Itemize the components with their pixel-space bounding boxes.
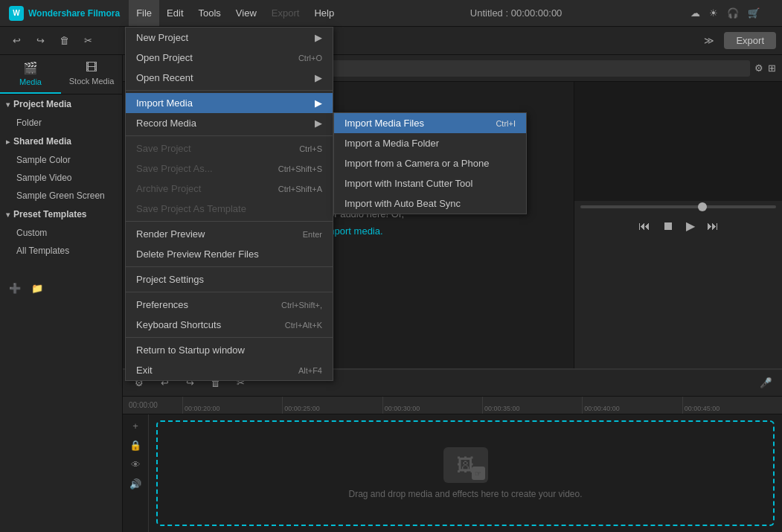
separator-4: [126, 266, 333, 267]
section-shared-media[interactable]: ▸ Shared Media: [0, 132, 122, 151]
submenu-import-camera-phone[interactable]: Import from a Camera or a Phone: [334, 153, 526, 173]
toolbar-redo[interactable]: ↪: [30, 31, 51, 51]
top-menu-bar: W Wondershare Filmora File Edit Tools Vi…: [0, 0, 782, 27]
menu-view[interactable]: View: [228, 0, 264, 26]
toolbar-undo[interactable]: ↩: [6, 31, 27, 51]
sun-icon[interactable]: ☀: [709, 7, 718, 19]
tab-stock-media[interactable]: 🎞 Stock Media: [61, 55, 122, 94]
toolbar-cut[interactable]: ✂: [77, 31, 98, 51]
timeline-mic[interactable]: 🎤: [755, 373, 776, 394]
top-right-area: ☁ ☀ 🎧 🛒: [690, 7, 782, 19]
menu-preferences[interactable]: Preferences Ctrl+Shift+,: [126, 295, 333, 315]
panel-item-custom[interactable]: Custom: [0, 224, 122, 242]
separator-5: [126, 292, 333, 292]
window-title: Untitled : 00:00:00:00: [342, 7, 690, 19]
menu-bar: File Edit Tools View Export Help: [129, 0, 342, 26]
scrubber[interactable]: [580, 205, 776, 208]
timeline: ⚙ ↩ ↪ 🗑 ✂ 🎤 00:00:00 00:00:20:00 00:00:2…: [123, 368, 782, 532]
panel-item-sample-green-screen[interactable]: Sample Green Screen: [0, 187, 122, 205]
grid-icon[interactable]: ⊞: [768, 63, 776, 74]
tl-volume[interactable]: 🔊: [127, 475, 144, 492]
toolbar-expand[interactable]: ≫: [699, 31, 719, 51]
ruler-mark-5: 00:00:45:00: [682, 397, 782, 414]
cart-icon[interactable]: 🛒: [748, 7, 760, 19]
arrow-project-media: ▾: [6, 100, 10, 109]
arrow-preset-templates: ▾: [6, 211, 10, 219]
ruler-mark-1: 00:00:25:00: [282, 397, 382, 414]
menu-open-project[interactable]: Open Project Ctrl+O: [126, 48, 333, 68]
menu-tools[interactable]: Tools: [191, 0, 228, 26]
submenu-import-auto-beat-sync[interactable]: Import with Auto Beat Sync: [334, 193, 526, 214]
menu-render-preview[interactable]: Render Preview Enter: [126, 224, 333, 244]
menu-save-template: Save Project As Template: [126, 199, 333, 219]
panel-item-sample-video[interactable]: Sample Video: [0, 169, 122, 187]
prev-frame-btn[interactable]: ⏮: [638, 219, 650, 233]
tl-add-track[interactable]: +: [127, 417, 144, 434]
folder-icon[interactable]: 📁: [28, 279, 46, 297]
headset-icon[interactable]: 🎧: [727, 7, 739, 19]
submenu-import-media-folder[interactable]: Import a Media Folder: [334, 133, 526, 153]
preview-panel: ⏮ ⏹ ▶ ⏭: [574, 82, 782, 368]
ruler-mark-2: 00:00:30:00: [382, 397, 482, 414]
filter-icon[interactable]: ⚙: [754, 63, 763, 74]
menu-keyboard-shortcuts[interactable]: Keyboard Shortcuts Ctrl+Alt+K: [126, 315, 333, 335]
timeline-tracks[interactable]: 🖼 ☞ Drag and drop media and effects here…: [149, 414, 782, 532]
separator-3: [126, 221, 333, 222]
separator-6: [126, 337, 333, 338]
stop-btn[interactable]: ⏹: [662, 219, 674, 233]
cloud-icon[interactable]: ☁: [690, 7, 700, 19]
menu-return-startup[interactable]: Return to Startup window: [126, 340, 333, 360]
separator-2: [126, 135, 333, 136]
menu-edit[interactable]: Edit: [159, 0, 190, 26]
panel-item-all-templates[interactable]: All Templates: [0, 242, 122, 260]
menu-new-project[interactable]: New Project ▶: [126, 28, 333, 48]
menu-save-project: Save Project Ctrl+S: [126, 138, 333, 158]
menu-file[interactable]: File: [129, 0, 159, 26]
menu-delete-render[interactable]: Delete Preview Render Files: [126, 244, 333, 264]
submenu-import-instant-cutter[interactable]: Import with Instant Cutter Tool: [334, 173, 526, 193]
scrubber-area: [574, 201, 782, 213]
submenu-import-media-files[interactable]: Import Media Files Ctrl+I: [334, 113, 526, 133]
timeline-time-zero: 00:00:00: [129, 401, 188, 409]
app-name: Wondershare Filmora: [28, 8, 120, 19]
section-preset-templates[interactable]: ▾ Preset Templates: [0, 205, 122, 224]
separator-1: [126, 90, 333, 91]
arrow-shared-media: ▸: [6, 138, 10, 146]
play-btn[interactable]: ▶: [686, 219, 695, 233]
menu-record-media[interactable]: Record Media ▶: [126, 113, 333, 133]
ruler-mark-0: 00:00:20:00: [182, 397, 282, 414]
drop-media-icon: 🖼 ☞: [443, 447, 488, 483]
panel-bottom-icons: ➕ 📁: [0, 275, 122, 301]
timeline-drop-text: Drag and drop media and effects here to …: [349, 489, 583, 499]
drop-icon-cursor: ☞: [472, 467, 485, 480]
export-button[interactable]: Export: [724, 32, 776, 49]
tl-eye[interactable]: 👁: [127, 456, 144, 472]
menu-archive-project: Archive Project Ctrl+Shift+A: [126, 179, 333, 199]
menu-project-settings[interactable]: Project Settings: [126, 269, 333, 289]
media-tab-icon: 🎬: [23, 61, 38, 75]
toolbar-group-left: ↩ ↪ 🗑 ✂: [6, 31, 98, 51]
open-recent-arrow: ▶: [315, 72, 322, 83]
menu-exit[interactable]: Exit Alt+F4: [126, 360, 333, 380]
video-preview: [574, 82, 782, 201]
left-panel: 🎬 Media 🎞 Stock Media ▾ Project Media Fo…: [0, 55, 123, 532]
new-project-arrow: ▶: [315, 32, 322, 43]
file-menu-dropdown: New Project ▶ Open Project Ctrl+O Open R…: [125, 27, 333, 381]
toolbar-delete[interactable]: 🗑: [54, 31, 74, 51]
toolbar: ↩ ↪ 🗑 ✂ ≫ Export: [0, 27, 782, 55]
timeline-drop-zone[interactable]: 🖼 ☞ Drag and drop media and effects here…: [156, 420, 775, 526]
ruler-mark-4: 00:00:40:00: [582, 397, 682, 414]
panel-item-sample-color[interactable]: Sample Color: [0, 151, 122, 169]
menu-help[interactable]: Help: [307, 0, 342, 26]
tl-lock[interactable]: 🔒: [127, 437, 144, 453]
tab-media[interactable]: 🎬 Media: [0, 55, 61, 94]
section-project-media[interactable]: ▾ Project Media: [0, 94, 122, 114]
next-frame-btn[interactable]: ⏭: [707, 219, 719, 233]
menu-open-recent[interactable]: Open Recent ▶: [126, 68, 333, 88]
panel-item-folder[interactable]: Folder: [0, 114, 122, 132]
menu-export[interactable]: Export: [264, 0, 307, 26]
ruler-marks: 00:00:20:00 00:00:25:00 00:00:30:00 00:0…: [182, 397, 782, 414]
menu-import-media[interactable]: Import Media ▶: [126, 93, 333, 113]
preview-controls: ⏮ ⏹ ▶ ⏭: [574, 213, 782, 239]
add-media-icon[interactable]: ➕: [6, 279, 24, 297]
